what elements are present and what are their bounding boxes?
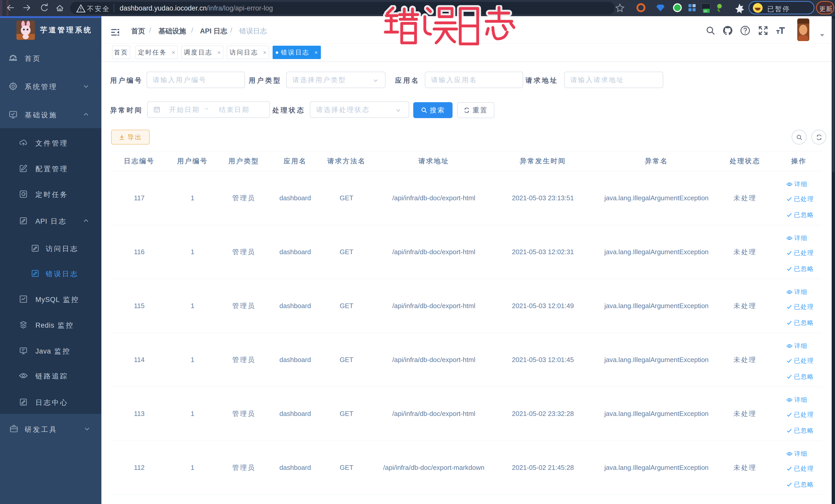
svg-text:on: on [704,9,707,13]
